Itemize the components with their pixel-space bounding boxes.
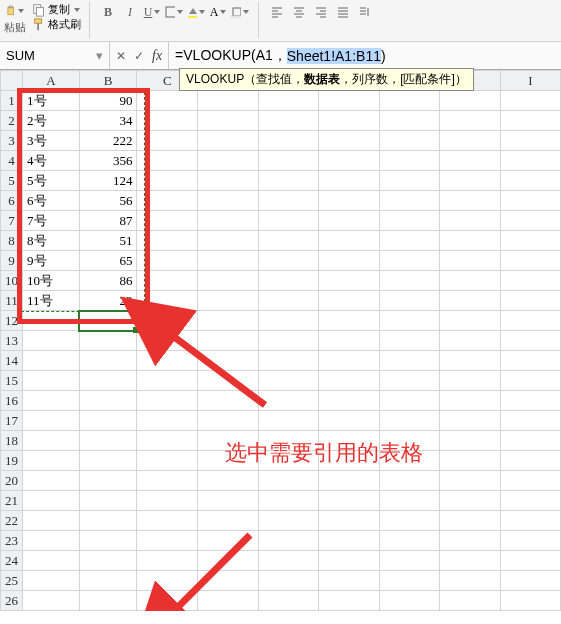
cell[interactable] (79, 371, 137, 391)
cell[interactable] (198, 451, 259, 471)
cell[interactable] (79, 571, 137, 591)
cell[interactable] (319, 211, 379, 231)
cell[interactable] (500, 111, 560, 131)
formula-input[interactable]: =VLOOKUP(A1，Sheet1!A1:B11) VLOOKUP（查找值，数… (169, 42, 561, 69)
cell[interactable] (258, 531, 318, 551)
cell[interactable] (319, 191, 379, 211)
cell[interactable] (379, 291, 440, 311)
cell[interactable] (258, 451, 318, 471)
cell[interactable] (137, 491, 198, 511)
row-header-9[interactable]: 9 (1, 251, 23, 271)
cell[interactable] (137, 191, 198, 211)
row-header-20[interactable]: 20 (1, 471, 23, 491)
cell[interactable] (137, 91, 198, 111)
cell[interactable] (23, 331, 80, 351)
cell[interactable] (137, 591, 198, 611)
cell[interactable] (319, 571, 379, 591)
cell[interactable] (319, 531, 379, 551)
cell[interactable] (198, 351, 259, 371)
cell[interactable] (258, 311, 318, 331)
cell[interactable] (137, 291, 198, 311)
copy-button[interactable]: 复制 (32, 2, 81, 17)
cell[interactable] (23, 531, 80, 551)
cell[interactable] (319, 511, 379, 531)
cell[interactable] (500, 491, 560, 511)
cell[interactable] (500, 551, 560, 571)
row-header-7[interactable]: 7 (1, 211, 23, 231)
cell[interactable] (23, 511, 80, 531)
cell[interactable] (137, 211, 198, 231)
row-header-18[interactable]: 18 (1, 431, 23, 451)
cell[interactable] (379, 391, 440, 411)
cell[interactable] (258, 291, 318, 311)
cell[interactable] (198, 491, 259, 511)
cell[interactable] (79, 551, 137, 571)
cell[interactable] (198, 151, 259, 171)
cell[interactable] (198, 511, 259, 531)
cell[interactable] (440, 231, 501, 251)
cell[interactable] (500, 431, 560, 451)
cell[interactable] (258, 171, 318, 191)
cell[interactable] (137, 111, 198, 131)
cell[interactable] (137, 451, 198, 471)
cell[interactable] (379, 211, 440, 231)
cell[interactable] (23, 371, 80, 391)
cell[interactable] (440, 551, 501, 571)
cell[interactable] (137, 411, 198, 431)
cell[interactable]: 3号 (23, 131, 80, 151)
row-header-15[interactable]: 15 (1, 371, 23, 391)
cell[interactable] (440, 171, 501, 191)
cell[interactable] (440, 471, 501, 491)
cell[interactable] (319, 551, 379, 571)
cell[interactable] (79, 311, 137, 331)
cell[interactable] (440, 491, 501, 511)
cell[interactable] (500, 311, 560, 331)
cell[interactable] (137, 131, 198, 151)
cell[interactable] (440, 451, 501, 471)
cell[interactable] (258, 431, 318, 451)
cell[interactable]: 9号 (23, 251, 80, 271)
cell[interactable] (440, 191, 501, 211)
cell[interactable] (379, 91, 440, 111)
cell[interactable] (258, 151, 318, 171)
cell[interactable] (79, 471, 137, 491)
cell[interactable] (319, 471, 379, 491)
cell[interactable]: 23 (79, 291, 137, 311)
cell[interactable] (23, 551, 80, 571)
cell[interactable] (198, 231, 259, 251)
cell[interactable] (258, 471, 318, 491)
cell[interactable]: 34 (79, 111, 137, 131)
enter-button[interactable]: ✓ (134, 49, 144, 63)
borders-button[interactable] (164, 2, 184, 22)
row-header-14[interactable]: 14 (1, 351, 23, 371)
cell[interactable] (379, 171, 440, 191)
cell[interactable] (23, 391, 80, 411)
cell[interactable] (500, 131, 560, 151)
cell[interactable] (379, 571, 440, 591)
cell[interactable] (198, 91, 259, 111)
cell[interactable] (198, 291, 259, 311)
cell[interactable] (137, 231, 198, 251)
cell[interactable] (440, 251, 501, 271)
cell[interactable] (319, 351, 379, 371)
cell[interactable] (198, 571, 259, 591)
highlight-button[interactable] (230, 2, 250, 22)
format-painter-button[interactable]: 格式刷 (32, 17, 81, 32)
cell[interactable] (258, 551, 318, 571)
row-header-1[interactable]: 1 (1, 91, 23, 111)
cell[interactable] (440, 91, 501, 111)
cell[interactable]: 356 (79, 151, 137, 171)
cell[interactable] (79, 411, 137, 431)
cell[interactable] (23, 471, 80, 491)
paste-button[interactable] (5, 2, 25, 20)
cell[interactable]: 8号 (23, 231, 80, 251)
cell[interactable] (79, 491, 137, 511)
cell[interactable] (198, 191, 259, 211)
cell[interactable] (258, 571, 318, 591)
cell[interactable] (258, 111, 318, 131)
cell[interactable] (258, 391, 318, 411)
cell[interactable] (137, 571, 198, 591)
cell[interactable] (137, 171, 198, 191)
cell[interactable] (319, 171, 379, 191)
cell[interactable] (319, 91, 379, 111)
